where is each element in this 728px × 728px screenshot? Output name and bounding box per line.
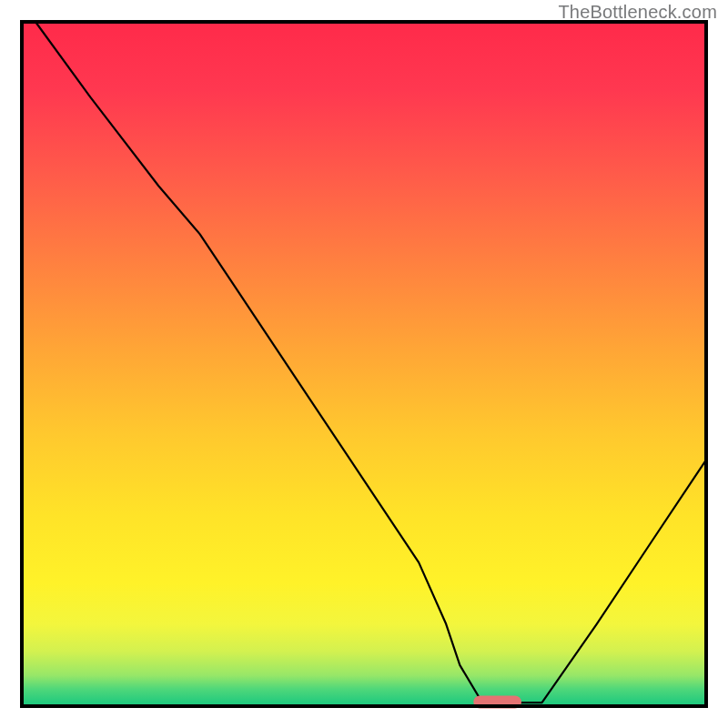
bottleneck-chart — [0, 0, 728, 728]
chart-svg — [0, 0, 728, 728]
chart-background — [22, 22, 706, 706]
watermark-text: TheBottleneck.com — [558, 2, 717, 23]
